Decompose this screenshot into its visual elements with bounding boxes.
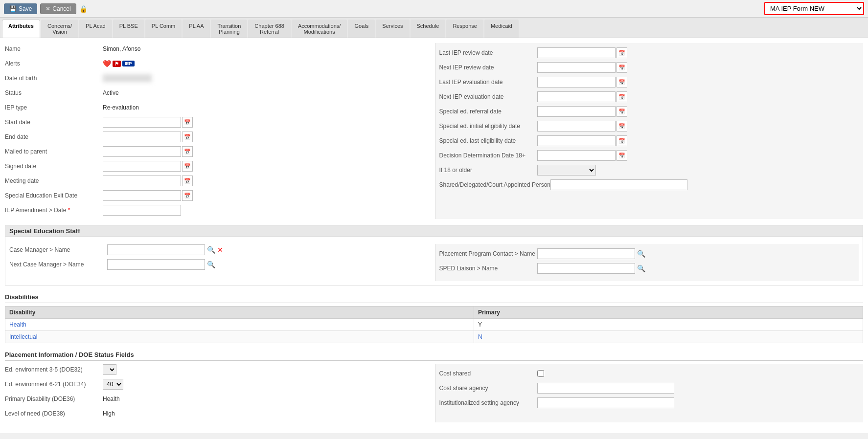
last-iep-review-wrap: 9/28/2023 📅: [537, 47, 627, 58]
case-manager-search-btn[interactable]: 🔍: [207, 246, 215, 254]
shared-del-row: Shared/Delegated/Court Appointed Person: [439, 179, 860, 191]
decision-det-label: Decision Determination Date 18+: [439, 152, 537, 159]
next-iep-eval-cal-btn[interactable]: 📅: [617, 91, 627, 102]
meeting-date-input[interactable]: 9/28/2023: [103, 176, 181, 186]
next-case-manager-wrap: 🔍: [107, 259, 425, 270]
placement-contact-label: Placement Program Contact > Name: [439, 250, 537, 257]
case-manager-input[interactable]: Ham; Jan: [107, 244, 205, 255]
sped-exit-date-cal-btn[interactable]: 📅: [182, 190, 193, 201]
next-case-manager-label: Next Case Manager > Name: [9, 261, 107, 268]
last-iep-eval-input[interactable]: 9/28/2023: [537, 77, 616, 88]
table-row: HealthY: [5, 319, 863, 331]
next-iep-review-cal-btn[interactable]: 📅: [617, 62, 627, 73]
tab-pl-comm[interactable]: PL Comm: [145, 20, 182, 38]
tab-medicaid[interactable]: Medicaid: [484, 20, 519, 38]
start-date-input[interactable]: 9/28/2023: [103, 117, 181, 128]
mailed-parent-input[interactable]: [103, 146, 181, 157]
sped-last-label: Special ed. last eligibility date: [439, 137, 537, 144]
iep-amendment-input[interactable]: [103, 205, 181, 216]
sped-referral-label: Special ed. referral date: [439, 108, 537, 115]
inst-setting-input[interactable]: [537, 397, 674, 408]
name-label: Name: [5, 45, 103, 52]
sped-liaison-input[interactable]: [537, 263, 635, 274]
signed-date-wrap: 10/31/2023 📅: [103, 161, 193, 172]
sped-referral-input[interactable]: 2/5/2020: [537, 106, 616, 117]
sped-liaison-label: SPED Liaison > Name: [439, 265, 537, 272]
if18-select[interactable]: [537, 165, 596, 176]
next-iep-review-input[interactable]: 9/26/2024: [537, 62, 616, 73]
last-iep-review-input[interactable]: 9/28/2023: [537, 47, 616, 58]
mailed-parent-row: Mailed to parent 📅: [5, 146, 425, 157]
shared-del-label: Shared/Delegated/Court Appointed Person: [439, 181, 551, 188]
next-case-manager-input[interactable]: [107, 259, 205, 270]
placement-contact-wrap: 🔍: [537, 248, 855, 259]
ed-env-621-select[interactable]: 40: [103, 379, 123, 390]
sped-initial-cal-btn[interactable]: 📅: [617, 121, 627, 132]
next-iep-eval-input[interactable]: 9/27/2026: [537, 91, 616, 102]
sped-initial-input[interactable]: 10/16/2020: [537, 121, 616, 132]
tab-chapter-688[interactable]: Chapter 688Referral: [248, 20, 291, 38]
sped-referral-cal-btn[interactable]: 📅: [617, 106, 627, 117]
tab-accommodations[interactable]: Accommodations/Modifications: [292, 20, 347, 38]
disabilities-section: Disabilities Disability Primary HealthYI…: [5, 291, 863, 343]
alert-badge-iep: IEP: [122, 61, 135, 66]
tab-attributes[interactable]: Attributes: [2, 20, 40, 38]
inst-setting-row: Institutionalized setting agency: [439, 397, 860, 409]
placement-contact-search-btn[interactable]: 🔍: [637, 250, 645, 258]
col-disability: Disability: [5, 307, 474, 319]
student-info-section: Name Simon, Afonso Alerts ❤️ ⚑ IEP Date …: [5, 43, 863, 219]
student-right-col: Last IEP review date 9/28/2023 📅 Next IE…: [435, 43, 864, 219]
placement-contact-input[interactable]: [537, 248, 635, 259]
cost-shared-checkbox[interactable]: [537, 370, 544, 377]
staff-left: Case Manager > Name Ham; Jan 🔍 ✕ Next Ca…: [9, 244, 435, 281]
ed-env-35-select[interactable]: [103, 364, 116, 375]
mailed-parent-label: Mailed to parent: [5, 148, 103, 155]
tab-pl-aa[interactable]: PL AA: [183, 20, 210, 38]
start-date-cal-btn[interactable]: 📅: [182, 117, 193, 128]
save-button[interactable]: 💾 Save: [4, 3, 37, 14]
alerts-label: Alerts: [5, 60, 103, 67]
sped-exit-date-input[interactable]: [103, 190, 181, 201]
case-manager-clear-btn[interactable]: ✕: [217, 246, 223, 254]
disability-link[interactable]: Intellectual: [9, 333, 37, 340]
ed-env-621-label: Ed. environment 6-21 (DOE34): [5, 381, 103, 388]
tab-pl-acad[interactable]: PL Acad: [79, 20, 112, 38]
shared-del-input[interactable]: [550, 179, 687, 190]
sped-liaison-wrap: 🔍: [537, 263, 855, 274]
tab-goals[interactable]: Goals: [348, 20, 375, 38]
decision-det-cal-btn[interactable]: 📅: [617, 150, 627, 161]
decision-det-input[interactable]: [537, 150, 616, 161]
mailed-parent-cal-btn[interactable]: 📅: [182, 146, 193, 157]
next-iep-eval-row: Next IEP evaluation date 9/27/2026 📅: [439, 91, 860, 103]
cancel-button[interactable]: ✕ Cancel: [40, 3, 76, 14]
sped-exit-date-label: Special Education Exit Date: [5, 192, 103, 199]
end-date-cal-btn[interactable]: 📅: [182, 132, 193, 142]
sped-last-cal-btn[interactable]: 📅: [617, 135, 627, 146]
form-selector[interactable]: MA IEP Form NEW: [764, 2, 864, 15]
sped-liaison-search-btn[interactable]: 🔍: [637, 264, 645, 272]
disability-link[interactable]: Health: [9, 321, 26, 328]
signed-date-input[interactable]: 10/31/2023: [103, 161, 181, 172]
last-iep-review-cal-btn[interactable]: 📅: [617, 47, 627, 58]
last-iep-eval-cal-btn[interactable]: 📅: [617, 77, 627, 88]
iep-amendment-label: IEP Amendment > Date: [5, 207, 103, 214]
sped-last-input[interactable]: 9/28/2023: [537, 135, 616, 146]
primary-disability-value: Health: [103, 395, 120, 402]
ed-env-35-row: Ed. environment 3-5 (DOE32): [5, 364, 425, 375]
end-date-input[interactable]: 9/26/2024: [103, 132, 181, 142]
tab-schedule[interactable]: Schedule: [411, 20, 446, 38]
alerts-badges: ❤️ ⚑ IEP: [103, 60, 135, 67]
tab-services[interactable]: Services: [376, 20, 409, 38]
form-selector-select[interactable]: MA IEP Form NEW: [765, 3, 863, 14]
tab-concerns-vision[interactable]: Concerns/Vision: [41, 20, 78, 38]
meeting-date-cal-btn[interactable]: 📅: [182, 176, 193, 186]
primary-value: Y: [474, 319, 863, 331]
next-case-manager-search-btn[interactable]: 🔍: [207, 261, 215, 268]
tab-response[interactable]: Response: [446, 20, 483, 38]
tab-transition-planning[interactable]: TransitionPlanning: [211, 20, 247, 38]
content-area: Name Simon, Afonso Alerts ❤️ ⚑ IEP Date …: [0, 38, 868, 433]
tab-pl-bse[interactable]: PL BSE: [113, 20, 144, 38]
staff-rows: Case Manager > Name Ham; Jan 🔍 ✕ Next Ca…: [9, 244, 859, 281]
cost-share-agency-input[interactable]: [537, 383, 674, 394]
signed-date-cal-btn[interactable]: 📅: [182, 161, 193, 172]
